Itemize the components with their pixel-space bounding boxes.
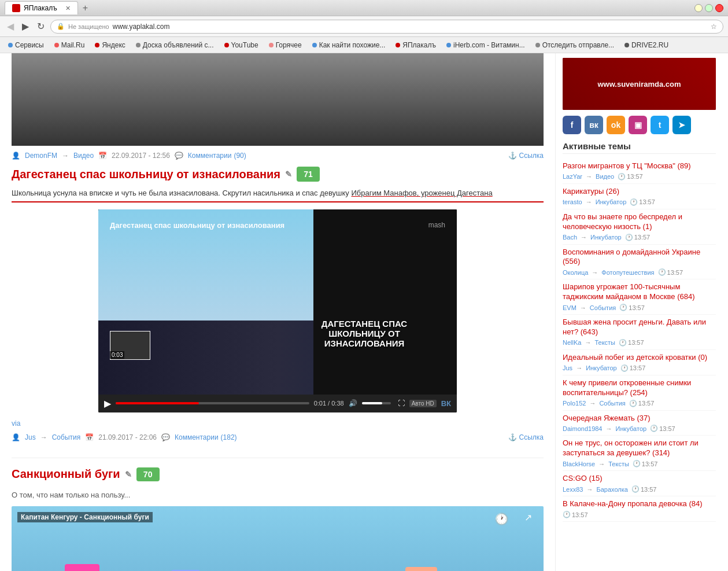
address-bar[interactable]: 🔒 Не защищено www.yaplakal.com ☆ [50,20,723,34]
video-screen[interactable]: Дагестанец спас школьницу от изнасилован… [98,209,457,395]
new-tab-button[interactable]: + [78,1,93,16]
back-button[interactable]: ◀ [5,20,16,33]
facebook-icon[interactable]: f [563,116,581,134]
volume-bar[interactable] [362,402,391,404]
forward-button[interactable]: ▶ [20,20,31,33]
article1-date2: 21.09.2017 - 22:06 [98,433,157,441]
sidebar-item-title[interactable]: Воспоминания о домайданной Украине (556) [563,248,716,267]
bookmark-icon-drive2 [624,43,629,47]
sidebar-item-title[interactable]: Разгон мигрантов у ТЦ "Москва" (89) [563,161,716,171]
article2-title: Санкционный буги ✎ 70 [12,467,160,481]
si-author[interactable]: Daimond1984 [563,425,603,432]
progress-bar[interactable] [116,402,309,404]
article1-author[interactable]: DemonFM [25,152,57,160]
si-category[interactable]: Инкубатор [590,234,622,241]
sidebar-item-title[interactable]: Карикатуры (26) [563,187,716,197]
si-author[interactable]: terasto [563,198,582,205]
si-category[interactable]: Инкубатор [586,364,617,371]
browser-tab[interactable]: ЯПлакалъ ✕ [5,1,78,14]
article1-link[interactable]: ⚓ Ссылка [508,152,544,160]
bookmark-youtube[interactable]: YouTube [220,40,263,50]
ssl-status: Не защищено [68,23,109,30]
si-author[interactable]: Околица [563,269,588,276]
sidebar-banner[interactable]: www.suveniramda.com [563,58,716,110]
si-time: 🕐 13:57 [629,400,655,407]
article1-category[interactable]: Видео [73,152,94,160]
bookmark-icon-track [535,43,540,47]
si-author[interactable]: BlackHorse [563,461,595,467]
bookmark-servisy[interactable]: Сервисы [3,40,49,50]
bookmark-icon-yandex [95,43,99,47]
bookmark-ads[interactable]: Доска объявлений с... [131,40,219,50]
si-category[interactable]: Барахолка [596,486,627,493]
sidebar-item-title[interactable]: К чему привели откровенные снимки воспит… [563,378,716,398]
tab-title: ЯПлакалъ [24,4,57,12]
sidebar-item: Воспоминания о домайданной Украине (556)… [563,245,716,280]
sidebar-item-title[interactable]: Да что вы знаете про беспредел и человеч… [563,212,716,232]
article1-comments2[interactable]: Комментарии (182) [175,433,237,441]
auto-quality[interactable]: Авто HD [409,400,437,407]
telegram-icon[interactable]: ➤ [672,116,691,134]
sidebar-item-title[interactable]: Он не трус, он осторожен или стоит ли за… [563,439,716,458]
si-author[interactable]: Lexx83 [563,486,583,493]
vk-button[interactable]: ВК [441,399,451,408]
si-category[interactable]: События [599,400,625,407]
progress-fill [116,402,199,404]
sidebar-item-meta: Lexx83 → Барахолка 🕐 13:57 [563,485,716,493]
si-author[interactable]: NellKa [563,339,581,346]
si-category[interactable]: Фотопутешествия [601,269,654,276]
sidebar-item-title[interactable]: Бывшая жена просит деньги. Давать или не… [563,318,716,337]
maximize-button[interactable] [705,4,713,12]
bookmark-mailru[interactable]: Mail.Ru [50,40,90,50]
fullscreen-button[interactable]: ⛶ [398,399,405,407]
si-author[interactable]: LazYar [563,173,582,180]
si-category[interactable]: Тексты [608,461,629,467]
article1-author2[interactable]: Jus [25,433,36,441]
article2-video[interactable]: Капитан Кенгуру - Санкционный буги 🕐 ↗ [12,506,544,571]
article1-via[interactable]: via [12,419,544,428]
bookmark-hot[interactable]: Горячее [264,40,306,50]
si-category[interactable]: Видео [596,173,614,180]
video-bg [12,53,544,146]
bookmark-similar[interactable]: Как найти похожие... [308,40,390,50]
si-category[interactable]: Инкубатор [616,425,647,432]
bookmark-yandex[interactable]: Яндекс [90,40,130,50]
ssl-lock-icon: 🔒 [57,23,65,30]
bookmark-drive2[interactable]: DRIVE2.RU [620,40,673,50]
si-author[interactable]: Bach [563,234,577,241]
bookmark-iherb[interactable]: iHerb.com - Витамин... [442,40,530,50]
active-topics-title: Активные темы [563,141,716,154]
instagram-icon[interactable]: ▣ [629,116,647,134]
sidebar-item-title[interactable]: Шарипов угрожает 100-тысячным таджикским… [563,282,716,302]
tab-close-button[interactable]: ✕ [65,5,71,12]
bookmark-icon-youtube [224,43,229,47]
volume-icon[interactable]: 🔊 [349,399,357,407]
article1-category2[interactable]: События [52,433,81,441]
play-button[interactable]: ▶ [104,398,111,409]
bookmark-yaplakal[interactable]: ЯПлакалъ [391,40,441,50]
article1-description: Школьница уснула на вписке и чуть не был… [12,187,544,202]
article1-link2[interactable]: ⚓ Ссылка [508,433,544,441]
si-category[interactable]: Инкубатор [596,198,627,205]
bookmark-track[interactable]: Отследить отправле... [531,40,619,50]
twitter-icon[interactable]: t [651,116,669,134]
minimize-button[interactable] [694,4,703,12]
sidebar-item-title[interactable]: В Калаче-на-Дону пропала девочка (84) [563,499,716,509]
sidebar-item-title[interactable]: Очередная Яжемать (37) [563,414,716,423]
si-time: 🕐 13:57 [658,268,683,276]
article1-comments[interactable]: Комментарии (90) [188,152,246,160]
close-window-button[interactable] [715,4,723,12]
odnoklassniki-icon[interactable]: ok [607,116,625,134]
si-author[interactable]: Polo152 [563,400,586,407]
video-player[interactable]: Дагестанец спас школьницу от изнасилован… [98,209,457,412]
si-category[interactable]: Тексты [594,339,615,346]
video-controls: ▶ 0:01 / 0:38 🔊 ⛶ Авто HD ВК [98,395,457,412]
si-category[interactable]: События [590,304,616,311]
sidebar-item-title[interactable]: Идеальный побег из детской кроватки (0) [563,353,716,363]
refresh-button[interactable]: ↻ [35,20,47,33]
vk-social-icon[interactable]: вк [585,116,603,134]
si-author[interactable]: EVM [563,304,577,311]
bookmark-star-icon[interactable]: ☆ [711,23,717,31]
sidebar-item-title[interactable]: CS:GO (15) [563,474,716,484]
si-author[interactable]: Jus [563,364,572,371]
